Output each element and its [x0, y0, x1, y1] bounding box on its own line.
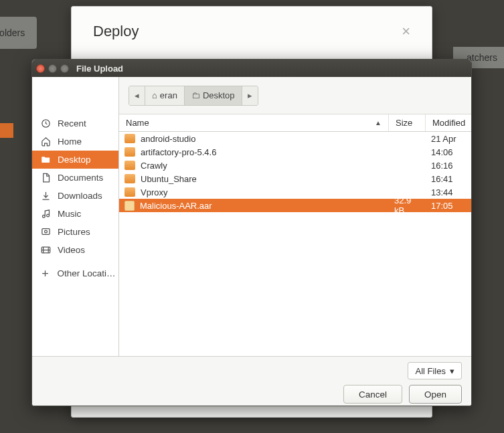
file-modified: 16:16 — [426, 161, 471, 171]
archive-file-icon — [124, 201, 135, 211]
background-selection-bar — [0, 123, 13, 138]
sidebar-item-label: Videos — [58, 245, 85, 255]
file-name: artifactory-pro-5.4.6 — [141, 147, 216, 157]
folder-icon — [124, 187, 135, 197]
folder-icon — [124, 174, 135, 183]
dialog-titlebar[interactable]: File Upload — [32, 60, 471, 77]
list-item[interactable]: Ubuntu_Share 16:41 — [119, 172, 471, 185]
breadcrumb-back-button[interactable]: ◂ — [129, 86, 145, 105]
file-name: Ubuntu_Share — [141, 174, 197, 184]
button-label: Open — [424, 389, 446, 400]
svg-rect-3 — [41, 229, 49, 235]
file-name: Malicious-AAR.aar — [140, 201, 212, 211]
music-icon — [40, 209, 51, 219]
places-sidebar: Recent Home Desktop — [32, 114, 119, 356]
breadcrumb-current[interactable]: 🗀 Desktop — [185, 86, 242, 105]
columns-header: Name ▲ Size Modified — [119, 114, 471, 132]
filter-label: All Files — [415, 366, 446, 376]
deploy-title: Deploy — [93, 23, 139, 40]
file-list: android-studio 21 Apr artifactory-pro-5.… — [119, 132, 471, 356]
open-button[interactable]: Open — [409, 385, 462, 404]
file-name: Crawly — [141, 161, 167, 171]
folder-icon — [124, 147, 135, 157]
sidebar-item-label: Desktop — [58, 155, 91, 165]
folder-icon: 🗀 — [191, 90, 200, 100]
column-header-modified[interactable]: Modified — [426, 114, 471, 131]
breadcrumb-current-label: Desktop — [203, 90, 235, 100]
sidebar-item-label: Documents — [58, 173, 103, 183]
sidebar-item-label: Downloads — [58, 191, 102, 201]
button-label: Cancel — [359, 389, 387, 400]
clock-icon — [40, 118, 51, 128]
sidebar-item-downloads[interactable]: Downloads — [32, 187, 118, 205]
list-item[interactable]: artifactory-pro-5.4.6 14:06 — [119, 145, 471, 159]
column-label: Modified — [432, 118, 465, 128]
file-modified: 21 Apr — [426, 134, 471, 144]
folder-icon — [124, 134, 135, 143]
home-icon — [40, 137, 51, 147]
download-icon — [40, 191, 51, 201]
file-type-filter-dropdown[interactable]: All Files ▾ — [408, 362, 462, 379]
sidebar-item-label: Other Locations — [57, 268, 118, 278]
dialog-title: File Upload — [76, 64, 123, 74]
sidebar-item-pictures[interactable]: Pictures — [32, 223, 118, 241]
file-modified: 17:05 — [426, 201, 471, 211]
svg-point-4 — [44, 230, 47, 233]
dialog-bottom-bar: All Files ▾ Cancel Open — [32, 356, 471, 406]
sidebar-item-videos[interactable]: Videos — [32, 241, 118, 259]
window-close-button[interactable] — [36, 64, 45, 73]
breadcrumb: ◂ ⌂ eran 🗀 Desktop ▸ — [119, 77, 471, 114]
column-header-size[interactable]: Size — [389, 114, 426, 131]
list-item[interactable]: Crawly 16:16 — [119, 159, 471, 172]
sidebar-item-label: Music — [58, 209, 81, 219]
videos-icon — [40, 245, 51, 255]
file-name: android-studio — [141, 134, 195, 144]
folder-icon — [124, 161, 135, 170]
breadcrumb-home[interactable]: ⌂ eran — [145, 86, 185, 105]
sidebar-item-recent[interactable]: Recent — [32, 114, 118, 133]
file-upload-dialog: File Upload ◂ ⌂ eran 🗀 Desktop ▸ — [31, 59, 472, 406]
sidebar-item-label: Home — [58, 137, 82, 147]
pictures-icon — [40, 227, 51, 237]
sidebar-item-label: Pictures — [58, 227, 90, 237]
plus-icon — [40, 268, 50, 278]
file-size: 32.9 kB — [389, 195, 426, 215]
list-item[interactable]: android-studio 21 Apr — [119, 132, 471, 145]
column-label: Name — [126, 118, 149, 128]
breadcrumb-home-label: eran — [160, 90, 177, 100]
file-name: Vproxy — [141, 187, 167, 197]
sort-ascending-icon: ▲ — [375, 119, 382, 126]
sidebar-item-label: Recent — [58, 118, 86, 128]
sidebar-item-documents[interactable]: Documents — [32, 169, 118, 187]
document-icon — [40, 173, 51, 183]
window-maximize-button[interactable] — [60, 64, 69, 73]
column-header-name[interactable]: Name ▲ — [119, 114, 389, 131]
list-item[interactable]: Malicious-AAR.aar 32.9 kB 17:05 — [119, 199, 471, 212]
column-label: Size — [396, 118, 412, 128]
cancel-button[interactable]: Cancel — [343, 385, 402, 404]
sidebar-item-desktop[interactable]: Desktop — [32, 151, 118, 169]
file-modified: 13:44 — [426, 187, 471, 197]
file-modified: 16:41 — [426, 174, 471, 184]
sidebar-item-music[interactable]: Music — [32, 205, 118, 223]
window-minimize-button[interactable] — [48, 64, 57, 73]
home-icon: ⌂ — [152, 90, 157, 100]
file-modified: 14:06 — [426, 147, 471, 157]
breadcrumb-forward-button[interactable]: ▸ — [242, 86, 258, 105]
folder-icon — [40, 155, 51, 165]
sidebar-item-home[interactable]: Home — [32, 133, 118, 151]
sidebar-item-other-locations[interactable]: Other Locations — [32, 264, 118, 282]
file-pane: Name ▲ Size Modified android-studio 21 A… — [119, 114, 471, 356]
chevron-down-icon: ▾ — [450, 366, 454, 376]
deploy-close-button[interactable]: × — [402, 23, 410, 40]
